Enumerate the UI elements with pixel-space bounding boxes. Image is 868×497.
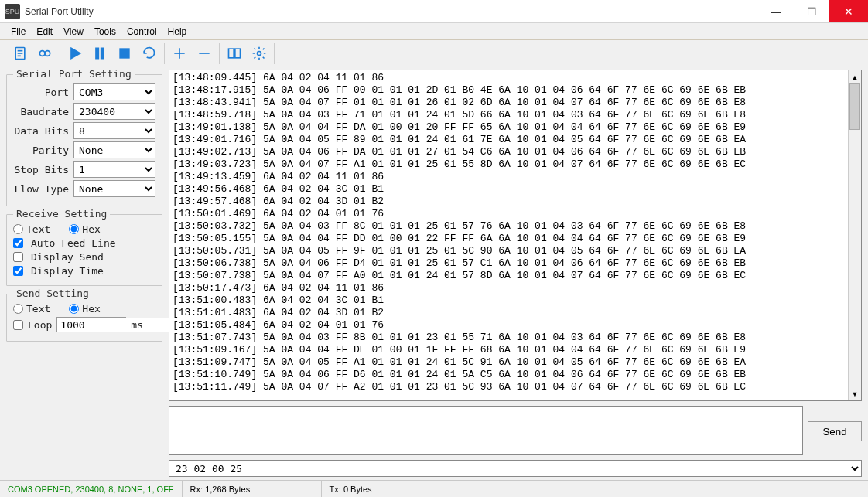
databits-label: Data Bits [13, 125, 73, 137]
svg-rect-13 [229, 49, 234, 58]
toolbar-refresh-icon[interactable] [138, 43, 161, 64]
menu-file[interactable]: File [6, 26, 30, 38]
send-hex-radio[interactable] [69, 304, 79, 314]
send-text-radio[interactable] [13, 304, 23, 314]
status-tx: Tx: 0 Bytes [322, 481, 868, 497]
auto-feed-line-checkbox[interactable] [13, 238, 23, 248]
scroll-up-icon[interactable]: ▲ [849, 70, 861, 83]
display-send-checkbox[interactable] [13, 252, 23, 262]
maximize-button[interactable]: ☐ [794, 0, 829, 22]
app-icon: SPU [5, 4, 20, 19]
loop-value-input[interactable] [57, 318, 169, 332]
menubar: File Edit View Tools Control Help [0, 23, 868, 40]
stopbits-select[interactable]: 1 [73, 161, 155, 178]
baudrate-select[interactable]: 230400 [73, 103, 155, 120]
menu-tools[interactable]: Tools [90, 26, 121, 38]
window-title: Serial Port Utility [25, 6, 94, 17]
send-textarea[interactable] [169, 406, 803, 455]
svg-rect-9 [120, 49, 129, 58]
sidebar: Serial Port Setting Port COM3 Baudrate 2… [0, 66, 169, 480]
command-history-select[interactable]: 23 02 00 25 [169, 460, 862, 477]
toolbar-record-icon[interactable] [33, 43, 56, 64]
parity-select[interactable]: None [73, 141, 155, 158]
scrollbar[interactable]: ▲ ▼ [848, 70, 861, 400]
menu-edit[interactable]: Edit [32, 26, 57, 38]
toolbar-new-icon[interactable] [9, 43, 32, 64]
serial-port-setting-group: Serial Port Setting Port COM3 Baudrate 2… [6, 74, 162, 206]
scroll-down-icon[interactable]: ▼ [849, 387, 861, 400]
receive-setting-group: Receive Setting Text Hex Auto Feed Line … [6, 214, 162, 286]
port-select[interactable]: COM3 [73, 83, 155, 100]
toolbar-window-icon[interactable] [223, 43, 246, 64]
statusbar: COM3 OPENED, 230400, 8, NONE, 1, OFF Rx:… [0, 480, 868, 497]
app-window: SPU Serial Port Utility — ☐ ✕ File Edit … [0, 0, 868, 497]
toolbar-play-icon[interactable] [63, 43, 87, 64]
menu-view[interactable]: View [59, 26, 88, 38]
titlebar: SPU Serial Port Utility — ☐ ✕ [0, 0, 868, 23]
receive-area: [13:48:09.445] 6A 04 02 04 11 01 86 [13:… [169, 70, 862, 401]
svg-point-15 [258, 51, 261, 55]
status-port: COM3 OPENED, 230400, 8, NONE, 1, OFF [0, 481, 183, 497]
toolbar [0, 40, 868, 66]
status-rx: Rx: 1,268 Bytes [183, 481, 322, 497]
port-label: Port [13, 87, 73, 98]
toolbar-remove-icon[interactable] [193, 43, 216, 64]
flowtype-label: Flow Type [13, 183, 73, 195]
flowtype-select[interactable]: None [73, 180, 155, 197]
recv-hex-radio[interactable] [69, 224, 79, 234]
stopbits-label: Stop Bits [13, 164, 73, 175]
receive-text[interactable]: [13:48:09.445] 6A 04 02 04 11 01 86 [13:… [169, 70, 848, 400]
svg-point-5 [45, 50, 50, 56]
svg-point-4 [39, 50, 45, 56]
toolbar-pause-icon[interactable] [88, 43, 111, 64]
svg-marker-6 [71, 48, 80, 58]
send-button[interactable]: Send [808, 421, 862, 441]
svg-rect-8 [101, 48, 104, 58]
recv-text-radio[interactable] [13, 224, 23, 234]
toolbar-stop-icon[interactable] [113, 43, 136, 64]
minimize-button[interactable]: — [758, 0, 794, 22]
display-time-checkbox[interactable] [13, 266, 23, 276]
scroll-thumb[interactable] [849, 83, 860, 130]
loop-checkbox[interactable] [13, 320, 23, 330]
parity-label: Parity [13, 145, 73, 156]
svg-rect-7 [96, 48, 98, 58]
svg-rect-14 [235, 49, 241, 58]
databits-select[interactable]: 8 [73, 122, 155, 139]
send-setting-group: Send Setting Text Hex Loop ▲ ▼ ms [6, 294, 162, 342]
close-button[interactable]: ✕ [829, 0, 868, 22]
toolbar-settings-icon[interactable] [248, 43, 271, 64]
toolbar-add-icon[interactable] [168, 43, 191, 64]
menu-control[interactable]: Control [122, 26, 162, 38]
menu-help[interactable]: Help [163, 26, 192, 38]
baudrate-label: Baudrate [13, 106, 73, 117]
